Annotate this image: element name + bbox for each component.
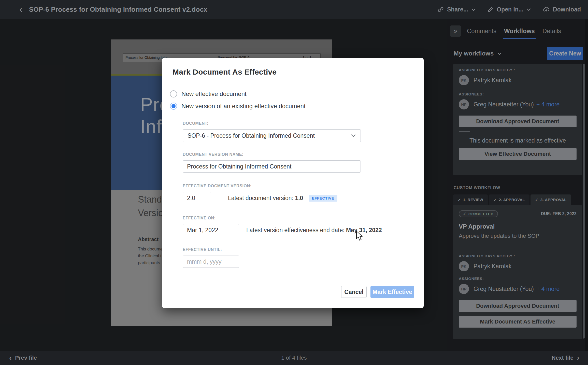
effective-version-row: Latest document version: 1.0 EFFECTIVE — [183, 188, 424, 204]
effective-on-row: Latest version effectiveness end date: M… — [183, 220, 424, 236]
radio-label: New effective document — [181, 90, 247, 97]
end-date-prefix: Latest version effectiveness end date: — [246, 227, 345, 233]
document-version-name-label: DOCUMENT VERSION NAME: — [183, 152, 424, 157]
latest-version-value: 1.0 — [295, 195, 303, 201]
modal-title: Mark Document As Effective — [173, 68, 424, 76]
cancel-button[interactable]: Cancel — [341, 286, 367, 298]
effective-document-version-label: EFFECTIVE DOCMENT VERSION: — [183, 184, 424, 188]
modal-footer: Cancel Mark Effective — [341, 286, 414, 298]
latest-version-text: Latest document version: 1.0 EFFECTIVE — [228, 195, 337, 202]
radio-label: New version of an existing effective doc… — [181, 103, 306, 110]
effective-on-date-input[interactable] — [183, 224, 239, 236]
radio-new-effective-document[interactable]: New effective document — [170, 90, 424, 97]
document-select[interactable]: SOP-6 - Process for Obtaining Informed C… — [183, 129, 361, 142]
document-version-name-input[interactable] — [183, 160, 361, 173]
mark-effective-modal: Mark Document As Effective New effective… — [162, 58, 424, 308]
latest-version-prefix: Latest document version: — [228, 195, 293, 201]
mouse-cursor — [356, 231, 364, 241]
radio-new-version-existing[interactable]: New version of an existing effective doc… — [170, 103, 424, 110]
effective-on-label: EFFECTIVE ON: — [183, 216, 424, 220]
effective-until-label: EFFECTIVE UNTIL: — [183, 247, 424, 252]
modal-form: DOCUMENT: SOP-6 - Process for Obtaining … — [183, 121, 424, 268]
document-label: DOCUMENT: — [183, 121, 424, 126]
effective-version-input[interactable] — [183, 192, 211, 204]
document-select-value: SOP-6 - Process for Obtaining Informed C… — [188, 132, 315, 139]
effective-until-date-input[interactable] — [183, 256, 239, 268]
effective-status-badge: EFFECTIVE — [309, 195, 337, 202]
mark-effective-submit-button[interactable]: Mark Effective — [370, 286, 414, 298]
screen: ‹ SOP-6 Process for Obtaining Informed C… — [0, 0, 588, 365]
radio-checked-icon[interactable] — [170, 103, 177, 110]
chevron-down-icon — [351, 134, 356, 137]
radio-unchecked-icon[interactable] — [170, 90, 177, 97]
